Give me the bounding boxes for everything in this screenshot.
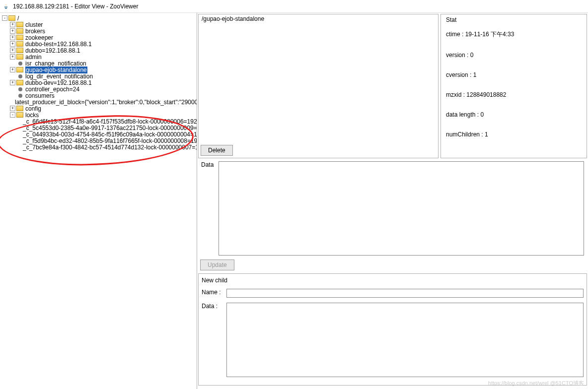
tree-node-label: _c_7bc9e84a-f300-4842-bc57-4514d774d132-…: [23, 144, 197, 151]
tree-node[interactable]: isr_change_notification: [2, 60, 197, 66]
tree-node[interactable]: latest_producer_id_block={"version":1,"b…: [2, 99, 197, 105]
stat-row: data length : 0: [446, 111, 582, 118]
title-bar: 192.168.88.129:2181 - Editor View - ZooV…: [0, 0, 588, 13]
tree-node-label: brokers: [25, 28, 45, 35]
expander-spacer: [10, 86, 16, 92]
stat-row: ctime : 19-11-16 下午4:33: [446, 30, 582, 39]
tree-node-label: consumers: [25, 92, 55, 99]
new-child-title: New child: [202, 277, 584, 284]
folder-icon: [16, 41, 23, 47]
expander-icon[interactable]: +: [10, 54, 15, 60]
data-textarea[interactable]: [219, 161, 584, 256]
tree-node-label: dubbo=192.168.88.1: [25, 47, 80, 54]
stat-panel: Stat ctime : 19-11-16 下午4:33version : 0c…: [441, 14, 587, 158]
tree-node-label: _c_5c4553d0-2385-4a0e-9917-1376ac221750-…: [23, 125, 197, 131]
path-panel: /gupao-ejob-standalone Delete: [198, 14, 439, 158]
node-path: /gupao-ejob-standalone: [199, 14, 438, 23]
folder-icon: [16, 22, 23, 27]
tree-node[interactable]: +dubbo=192.168.88.1: [2, 47, 197, 54]
expander-icon[interactable]: -: [10, 112, 15, 118]
folder-icon: [16, 48, 23, 53]
leaf-icon: [18, 74, 22, 78]
tree-node[interactable]: _c_f5d9b4bc-ed32-4802-85b5-9fa116f7665f-…: [2, 137, 197, 144]
tree-node-label: controller_epoch=24: [25, 86, 79, 93]
expander-icon[interactable]: +: [10, 35, 15, 40]
tree-node[interactable]: +config: [2, 105, 197, 112]
folder-icon: [16, 54, 23, 60]
tree-node[interactable]: +gupao-ejob-standalone: [2, 66, 197, 73]
tree-node[interactable]: +dubbo-test=192.168.88.1: [2, 41, 197, 47]
tree-node-label: /: [17, 15, 19, 22]
expander-icon[interactable]: +: [10, 67, 15, 72]
data-field-label: Data :: [202, 303, 226, 310]
tree-node-label: _c_044933b4-003d-4754-845c-f51f96c09a4a-…: [23, 131, 197, 138]
tree-node[interactable]: _c_7bc9e84a-f300-4842-bc57-4514d774d132-…: [2, 144, 197, 150]
expander-spacer: [10, 61, 16, 66]
stat-row: cversion : 1: [446, 71, 582, 78]
name-input[interactable]: [226, 289, 584, 298]
java-icon: [2, 2, 10, 10]
stat-row: version : 0: [446, 52, 582, 59]
tree-node-label: dubbo-dev=192.168.88.1: [25, 79, 92, 86]
expander-icon[interactable]: +: [10, 22, 15, 27]
tree-node[interactable]: -locks: [2, 112, 197, 118]
tree-node-label: dubbo-test=192.168.88.1: [25, 41, 92, 48]
tree-node[interactable]: +cluster: [2, 21, 197, 28]
expander-icon[interactable]: +: [10, 28, 15, 34]
tree-node[interactable]: consumers: [2, 92, 197, 99]
tree-node[interactable]: +dubbo-dev=192.168.88.1: [2, 79, 197, 86]
tree-node[interactable]: _c_66d6fc13-512f-41f8-a6c4-f157f535dfb8-…: [2, 118, 197, 125]
tree-node-label: zookeeper: [25, 34, 53, 41]
tree-node-label: isr_change_notification: [25, 60, 86, 67]
window-title: 192.168.88.129:2181 - Editor View - ZooV…: [13, 3, 138, 10]
expander-icon[interactable]: -: [2, 15, 7, 21]
update-button[interactable]: Update: [200, 259, 234, 270]
leaf-icon: [18, 62, 22, 65]
tree-node-label: _c_f5d9b4bc-ed32-4802-85b5-9fa116f7665f-…: [23, 137, 197, 144]
expander-icon[interactable]: +: [10, 80, 15, 85]
folder-icon: [16, 112, 23, 118]
name-label: Name :: [202, 289, 226, 296]
delete-button[interactable]: Delete: [201, 145, 233, 156]
folder-icon: [16, 35, 23, 40]
expander-icon[interactable]: +: [10, 48, 15, 53]
tree-node-label: cluster: [25, 21, 43, 28]
leaf-icon: [18, 94, 22, 98]
tree-node-label: _c_66d6fc13-512f-41f8-a6c4-f157f535dfb8-…: [23, 118, 197, 125]
tree-node[interactable]: +zookeeper: [2, 34, 197, 41]
leaf-icon: [18, 87, 22, 91]
tree-node[interactable]: +brokers: [2, 28, 197, 34]
expander-icon[interactable]: +: [10, 41, 15, 47]
tree-node-label: latest_producer_id_block={"version":1,"b…: [15, 99, 197, 106]
tree-node[interactable]: controller_epoch=24: [2, 86, 197, 92]
tree-node-label: config: [25, 105, 41, 112]
stat-row: mzxid : 128849018882: [446, 91, 582, 98]
new-child-panel: New child Name : Data :: [198, 273, 587, 386]
expander-spacer: [10, 73, 16, 79]
tree-node[interactable]: _c_5c4553d0-2385-4a0e-9917-1376ac221750-…: [2, 125, 197, 131]
folder-icon: [16, 80, 23, 85]
folder-icon: [8, 15, 15, 21]
stat-row: numChildren : 1: [446, 131, 582, 138]
folder-icon: [16, 67, 23, 72]
tree-node-label: gupao-ejob-standalone: [25, 66, 87, 73]
expander-icon[interactable]: +: [10, 106, 15, 111]
tree-node-label: locks: [25, 112, 39, 119]
tree-node[interactable]: +admin: [2, 54, 197, 60]
data-input[interactable]: [226, 303, 584, 377]
tree-node-label: admin: [25, 54, 42, 61]
tree-node[interactable]: log_dir_event_notification: [2, 73, 197, 79]
watermark: https://blog.csdn.net/wrel @51CTO博客: [488, 380, 584, 387]
folder-icon: [16, 106, 23, 111]
folder-icon: [16, 28, 23, 34]
expander-spacer: [10, 93, 16, 98]
tree-node[interactable]: _c_044933b4-003d-4754-845c-f51f96c09a4a-…: [2, 131, 197, 137]
tree-pane: -/+cluster+brokers+zookeeper+dubbo-test=…: [0, 13, 197, 389]
tree-root[interactable]: -/: [2, 15, 197, 21]
data-label: Data: [201, 161, 214, 256]
tree-node-label: log_dir_event_notification: [25, 73, 93, 80]
stat-title: Stat: [446, 16, 582, 23]
